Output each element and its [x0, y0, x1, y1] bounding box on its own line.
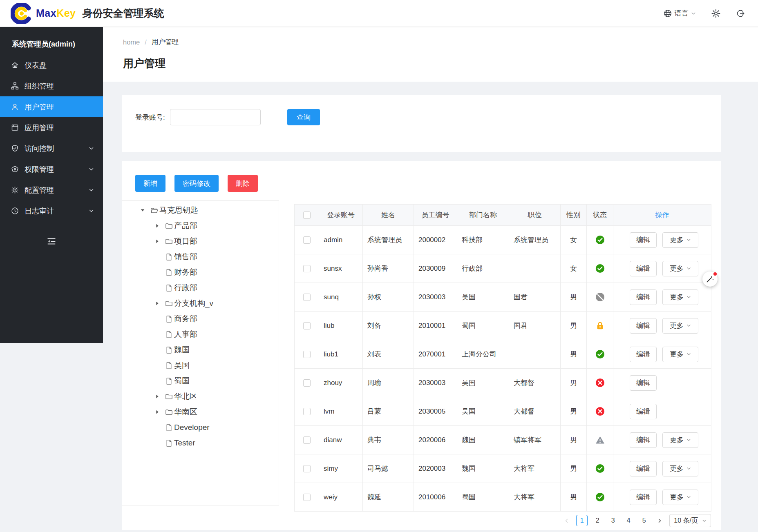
sidebar-item-cert[interactable]: 权限管理	[0, 159, 103, 180]
file-icon	[165, 424, 173, 432]
select-all-checkbox[interactable]	[303, 211, 311, 219]
tree-node[interactable]: 行政部	[122, 280, 279, 296]
sidebar-item-gear[interactable]: 配置管理	[0, 180, 103, 200]
file-icon	[165, 331, 173, 338]
sidebar-item-user[interactable]: 用户管理	[0, 96, 103, 117]
row-checkbox[interactable]	[303, 322, 311, 329]
cell-account: simy	[319, 454, 363, 483]
more-button[interactable]: 更多	[662, 289, 698, 305]
logout-icon[interactable]	[736, 9, 745, 18]
more-button[interactable]: 更多	[662, 432, 698, 448]
tree-node[interactable]: 华北区	[122, 389, 279, 404]
row-select-cell	[295, 454, 319, 483]
theme-tools-floating-button[interactable]	[702, 272, 718, 287]
tree-node[interactable]: 销售部	[122, 249, 279, 265]
chevron-down-icon	[686, 495, 691, 499]
status-enabled-icon	[595, 264, 605, 273]
cell-status	[587, 340, 613, 369]
tree-node[interactable]: 财务部	[122, 265, 279, 280]
cell-employee-id: 2010001	[414, 312, 457, 340]
cell-position: 国君	[509, 312, 561, 340]
page-size-select[interactable]: 10 条/页	[669, 514, 711, 527]
tree-node[interactable]: 华南区	[122, 404, 279, 420]
page-title: 用户管理	[123, 56, 758, 71]
edit-button[interactable]: 编辑	[630, 318, 657, 334]
cell-name: 魏延	[363, 483, 414, 512]
folder-icon	[165, 238, 173, 245]
edit-button[interactable]: 编辑	[630, 289, 657, 305]
row-checkbox[interactable]	[303, 494, 311, 501]
edit-button[interactable]: 编辑	[630, 461, 657, 476]
sidebar-item-home[interactable]: 仪表盘	[0, 55, 103, 76]
pagination-page-5[interactable]: 5	[638, 515, 650, 526]
delete-button[interactable]: 删除	[228, 175, 258, 192]
table-header-row: 登录账号姓名员工编号部门名称职位性别状态操作	[295, 205, 711, 226]
sidebar-item-org[interactable]: 组织管理	[0, 76, 103, 96]
sidebar-item-app[interactable]: 应用管理	[0, 117, 103, 138]
change-password-button[interactable]: 密码修改	[174, 175, 219, 192]
row-checkbox[interactable]	[303, 265, 311, 272]
breadcrumb-home-link[interactable]: home	[123, 38, 140, 46]
language-switcher[interactable]: 语言	[663, 9, 696, 18]
tree-node[interactable]: 分支机构_v	[122, 296, 279, 311]
more-button[interactable]: 更多	[662, 347, 698, 362]
sidebar-item-clock[interactable]: 日志审计	[0, 200, 103, 221]
cell-status	[587, 312, 613, 340]
tree-node[interactable]: Tester	[122, 435, 279, 451]
row-checkbox[interactable]	[303, 236, 311, 244]
row-checkbox[interactable]	[303, 465, 311, 472]
chevron-down-icon	[686, 238, 691, 242]
more-button[interactable]: 更多	[662, 232, 698, 248]
cell-account: sunq	[319, 283, 363, 312]
tree-node[interactable]: Developer	[122, 420, 279, 435]
add-button[interactable]: 新增	[135, 175, 165, 192]
pagination-next-button[interactable]	[654, 515, 665, 526]
tree-node-label: Developer	[174, 423, 210, 432]
cell-status	[587, 454, 613, 483]
row-checkbox[interactable]	[303, 294, 311, 301]
sidebar-collapse-button[interactable]	[0, 231, 103, 252]
folder-icon	[165, 393, 173, 401]
header-select-all-cell	[295, 205, 319, 226]
tree-node[interactable]: 马克思钥匙	[122, 203, 279, 218]
pagination-page-4[interactable]: 4	[623, 515, 634, 526]
pagination-page-1[interactable]: 1	[576, 515, 588, 526]
pagination-page-2[interactable]: 2	[592, 515, 603, 526]
more-button[interactable]: 更多	[662, 490, 698, 505]
row-checkbox[interactable]	[303, 351, 311, 358]
edit-button[interactable]: 编辑	[630, 432, 657, 448]
sidebar-item-shield[interactable]: 访问控制	[0, 138, 103, 159]
table-row: simy司马懿2020003魏国大将军男编辑更多	[295, 454, 711, 483]
more-button[interactable]: 更多	[662, 261, 698, 276]
more-button[interactable]: 更多	[662, 318, 698, 334]
edit-button[interactable]: 编辑	[630, 347, 657, 362]
edit-button[interactable]: 编辑	[630, 375, 657, 391]
tree-node[interactable]: 项目部	[122, 234, 279, 249]
pagination-prev-button[interactable]	[561, 515, 572, 526]
edit-button[interactable]: 编辑	[630, 490, 657, 505]
tree-node[interactable]: 吴国	[122, 358, 279, 373]
cell-actions: 编辑更多	[613, 283, 711, 312]
more-button[interactable]: 更多	[662, 461, 698, 476]
pagination-page-3[interactable]: 3	[607, 515, 619, 526]
tree-node[interactable]: 商务部	[122, 311, 279, 327]
row-checkbox[interactable]	[303, 436, 311, 444]
tree-node[interactable]: 蜀国	[122, 373, 279, 389]
edit-button[interactable]: 编辑	[630, 404, 657, 419]
sidebar-item-label: 仪表盘	[25, 60, 47, 70]
row-checkbox[interactable]	[303, 379, 311, 387]
tree-node[interactable]: 魏国	[122, 342, 279, 358]
cell-employee-id: 2030003	[414, 283, 457, 312]
sidebar: 系统管理员(admin) 仪表盘组织管理用户管理应用管理访问控制权限管理配置管理…	[0, 27, 103, 343]
tree-node[interactable]: 产品部	[122, 218, 279, 234]
tree-node[interactable]: 人事部	[122, 327, 279, 342]
edit-button[interactable]: 编辑	[630, 261, 657, 276]
login-account-input[interactable]	[170, 109, 261, 125]
edit-button[interactable]: 编辑	[630, 232, 657, 248]
settings-gear-icon[interactable]	[711, 8, 721, 19]
table-row: lvm吕蒙2030005吴国大都督男编辑	[295, 397, 711, 426]
row-checkbox[interactable]	[303, 408, 311, 415]
table-row: admin系统管理员2000002科技部系统管理员女编辑更多	[295, 226, 711, 254]
folder-open-icon	[150, 207, 158, 214]
query-button[interactable]: 查询	[287, 109, 320, 125]
